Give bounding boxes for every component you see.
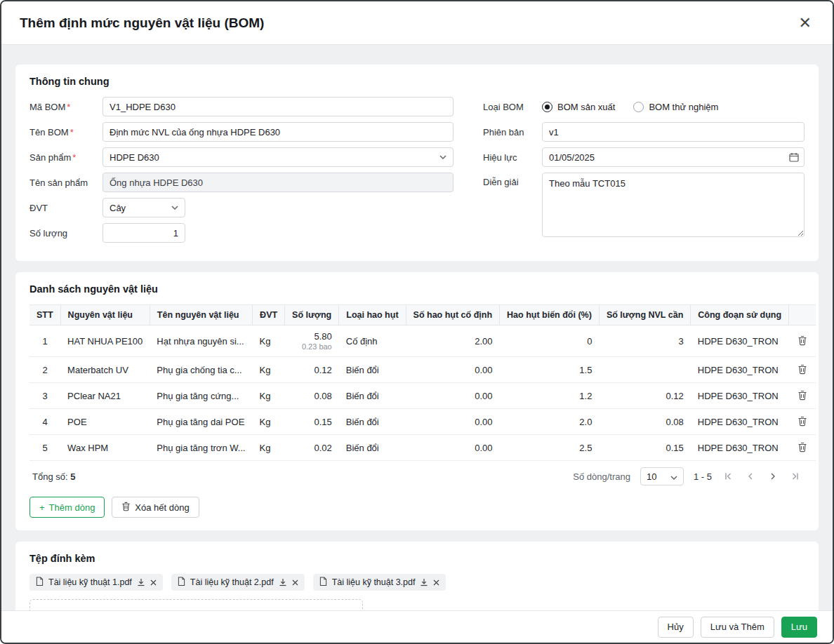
so-luong-label: Số lượng: [29, 228, 102, 239]
ten-san-pham-label: Tên sản phẩm: [29, 177, 102, 188]
col-name: Tên nguyên vật liệu: [150, 305, 252, 326]
modal-body: Thông tin chung Mã BOM* Tên BOM* Sản phẩ…: [1, 45, 833, 610]
plus-icon: +: [39, 502, 45, 513]
hieu-luc-date-input[interactable]: [542, 147, 805, 167]
required-marker: *: [67, 102, 70, 112]
dvt-select[interactable]: Cây: [102, 198, 185, 217]
delete-row-icon[interactable]: [796, 415, 809, 428]
col-loss-type: Loại hao hụt: [339, 305, 406, 326]
rows-per-page-label: Số dòng/trang: [573, 471, 630, 482]
bom-modal: Thêm định mức nguyên vật liệu (BOM) ✕ Th…: [0, 0, 834, 644]
materials-table: STT Nguyên vật liệu Tên nguyên vật liệu …: [29, 304, 816, 461]
chevron-down-icon: [171, 206, 178, 210]
remove-attachment-icon[interactable]: [433, 579, 439, 586]
ten-bom-label: Tên BOM*: [29, 127, 102, 137]
file-icon: [36, 577, 44, 588]
loai-bom-radio-group: BOM sản xuất BOM thử nghiệm: [542, 102, 718, 112]
ten-bom-input[interactable]: [102, 122, 454, 142]
modal-header: Thêm định mức nguyên vật liệu (BOM) ✕: [1, 1, 833, 45]
col-fixed-loss: Số hao hụt cố định: [406, 305, 500, 326]
save-and-add-button[interactable]: Lưu và Thêm: [701, 617, 774, 638]
attachments-card: Tệp đính kèm Tài liệu kỹ thuật 1.pdf Tài…: [15, 542, 819, 610]
loai-bom-label: Loại BOM: [483, 102, 542, 112]
materials-card: Danh sách nguyên vật liệu STT Nguyên vật…: [15, 272, 819, 530]
attachment-name: Tài liệu kỹ thuật 2.pdf: [190, 577, 274, 587]
attachment-chip: Tài liệu kỹ thuật 2.pdf: [171, 574, 305, 591]
col-actions: [789, 305, 816, 326]
next-page-icon[interactable]: [767, 470, 779, 483]
attachment-name: Tài liệu kỹ thuật 1.pdf: [48, 577, 132, 587]
delete-row-icon[interactable]: [796, 334, 809, 347]
attachment-name: Tài liệu kỹ thuật 3.pdf: [332, 577, 416, 587]
add-row-button[interactable]: + Thêm dòng: [29, 497, 105, 518]
radio-bom-san-xuat[interactable]: BOM sản xuất: [542, 102, 615, 112]
table-footer: Tổng số: 5 Số dòng/trang 10 1 - 5: [29, 461, 805, 488]
modal-title: Thêm định mức nguyên vật liệu (BOM): [20, 15, 264, 31]
chevron-down-icon: [670, 471, 677, 482]
total-count: Tổng số: 5: [32, 471, 75, 482]
table-actions: + Thêm dòng Xóa hết dòng: [29, 497, 805, 518]
table-row: 1 HAT NHUA PE100 Hạt nhựa nguyên si... K…: [29, 326, 816, 357]
col-stage: Công đoạn sử dụng: [691, 305, 789, 326]
general-section-title: Thông tin chung: [29, 76, 805, 87]
general-info-card: Thông tin chung Mã BOM* Tên BOM* Sản phẩ…: [15, 65, 819, 261]
table-row: 4 POE Phụ gia tăng dai POE Kg 0.15 Biến …: [29, 409, 816, 435]
download-icon[interactable]: [420, 578, 428, 586]
radio-checked-icon: [542, 102, 552, 112]
table-row: 5 Wax HPM Phụ gia tăng trơn W... Kg 0.02…: [29, 435, 816, 461]
attachment-chip: Tài liệu kỹ thuật 3.pdf: [313, 574, 446, 591]
san-pham-label: Sản phẩm*: [29, 152, 102, 163]
required-marker: *: [72, 152, 76, 163]
delete-all-rows-button[interactable]: Xóa hết dòng: [112, 497, 199, 518]
page-range: 1 - 5: [694, 471, 712, 482]
table-row: 3 PClear NA21 Phụ gia tăng cứng... Kg 0.…: [29, 383, 816, 409]
radio-bom-thu-nghiem[interactable]: BOM thử nghiệm: [633, 102, 718, 112]
so-luong-input[interactable]: [102, 223, 185, 243]
download-icon[interactable]: [279, 578, 287, 586]
col-qty: Số lượng: [285, 305, 339, 326]
save-button[interactable]: Lưu: [781, 617, 817, 638]
hieu-luc-label: Hiệu lực: [483, 152, 542, 163]
download-icon[interactable]: [137, 578, 145, 586]
trash-icon: [121, 502, 131, 514]
ma-bom-input[interactable]: [102, 97, 454, 116]
materials-section-title: Danh sách nguyên vật liệu: [29, 283, 805, 295]
col-unit: ĐVT: [253, 305, 285, 326]
attachments-section-title: Tệp đính kèm: [29, 553, 805, 564]
calendar-icon[interactable]: [789, 152, 799, 162]
table-header-row: STT Nguyên vật liệu Tên nguyên vật liệu …: [29, 305, 816, 326]
remove-attachment-icon[interactable]: [292, 579, 298, 586]
attachment-chips: Tài liệu kỹ thuật 1.pdf Tài liệu kỹ thuậ…: [29, 574, 805, 591]
modal-footer: Hủy Lưu và Thêm Lưu: [1, 610, 833, 643]
required-marker: *: [70, 127, 74, 137]
col-required: Số lượng NVL cần: [599, 305, 690, 326]
radio-unchecked-icon: [633, 102, 644, 112]
ten-san-pham-input: [102, 173, 454, 192]
phien-ban-label: Phiên bản: [483, 127, 542, 137]
col-var-loss: Hao hụt biến đổi (%): [500, 305, 600, 326]
chevron-down-icon: [439, 155, 446, 159]
dien-giai-textarea[interactable]: Theo mẫu TCT015: [542, 173, 805, 237]
first-page-icon[interactable]: [722, 470, 734, 483]
close-icon[interactable]: ✕: [796, 13, 814, 34]
table-row: 2 Materbatch UV Phụ gia chống tia c... K…: [29, 357, 816, 383]
remove-attachment-icon[interactable]: [150, 579, 157, 586]
upload-dropzone[interactable]: Chọn tệp hoặc kéo và thả tệp vào đây (Du…: [29, 599, 363, 610]
dvt-label: ĐVT: [29, 203, 102, 213]
cancel-button[interactable]: Hủy: [658, 617, 694, 638]
last-page-icon[interactable]: [789, 470, 802, 483]
col-material: Nguyên vật liệu: [60, 305, 150, 326]
delete-row-icon[interactable]: [796, 363, 809, 376]
phien-ban-input[interactable]: [542, 122, 805, 142]
san-pham-select[interactable]: HDPE D630: [102, 147, 454, 167]
ma-bom-label: Mã BOM*: [29, 102, 102, 112]
dien-giai-label: Diễn giải: [483, 173, 542, 187]
rows-per-page-select[interactable]: 10: [640, 467, 684, 485]
delete-row-icon[interactable]: [796, 441, 809, 454]
col-stt: STT: [29, 305, 60, 326]
file-icon: [178, 577, 185, 588]
delete-row-icon[interactable]: [796, 389, 809, 402]
qty-secondary-unit: 0.23 bao: [292, 342, 332, 351]
file-icon: [319, 577, 327, 588]
prev-page-icon[interactable]: [744, 470, 757, 483]
